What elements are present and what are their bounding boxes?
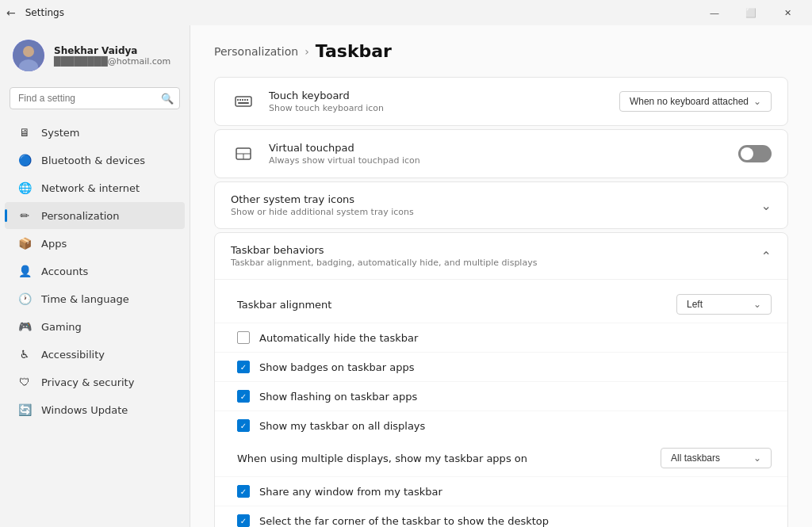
virtual-touchpad-toggle-track[interactable] xyxy=(738,145,772,162)
behavior-label-badges: Show badges on taskbar apps xyxy=(259,361,414,373)
sidebar-item-apps[interactable]: 📦 Apps xyxy=(5,230,185,257)
sidebar-item-gaming[interactable]: 🎮 Gaming xyxy=(5,313,185,340)
other-tray-title: Other system tray icons xyxy=(231,193,414,205)
checkbox-badges[interactable] xyxy=(237,361,250,373)
sidebar: Shekhar Vaidya ████████@hotmail.com 🔍 🖥 … xyxy=(0,25,190,527)
touch-keyboard-chevron-icon: ⌄ xyxy=(753,96,761,107)
other-tray-chevron-icon: ⌄ xyxy=(761,198,772,213)
alignment-left: Taskbar alignment xyxy=(237,299,331,311)
sidebar-item-accessibility[interactable]: ♿ Accessibility xyxy=(5,341,185,368)
sidebar-item-bluetooth[interactable]: 🔵 Bluetooth & devices xyxy=(5,147,185,174)
sidebar-item-privacy[interactable]: 🛡 Privacy & security xyxy=(5,369,185,395)
personalization-nav-icon: ✏️ xyxy=(17,208,32,223)
privacy-nav-icon: 🛡 xyxy=(17,375,32,389)
svg-rect-7 xyxy=(244,99,246,101)
window-title: Settings xyxy=(25,7,64,18)
behavior-left-flashing: Show flashing on taskbar apps xyxy=(237,390,417,403)
time-nav-icon: 🕐 xyxy=(17,292,32,306)
maximize-button[interactable]: ⬜ xyxy=(733,0,769,25)
extra-label-far_corner: Select the far corner of the taskbar to … xyxy=(259,515,549,527)
multi-display-label: When using multiple displays, show my ta… xyxy=(237,453,527,464)
touch-keyboard-icon xyxy=(231,89,256,114)
behaviors-title: Taskbar behaviors xyxy=(231,244,537,256)
svg-rect-3 xyxy=(236,97,251,106)
extra-left-share_window: Share any window from my taskbar xyxy=(237,485,442,498)
behavior-row-flashing: Show flashing on taskbar apps xyxy=(215,382,787,411)
update-nav-icon: 🔄 xyxy=(17,403,32,417)
sidebar-item-accounts[interactable]: 👤 Accounts xyxy=(5,258,185,285)
gaming-nav-icon: 🎮 xyxy=(17,319,32,334)
main-content: Personalization › Taskbar xyxy=(190,25,812,527)
network-nav-icon: 🌐 xyxy=(17,181,32,195)
alignment-chevron-icon: ⌄ xyxy=(753,299,761,310)
system-nav-icon: 🖥 xyxy=(17,125,32,139)
other-tray-text: Other system tray icons Show or hide add… xyxy=(231,193,414,217)
checkbox-far_corner[interactable] xyxy=(237,514,250,527)
touch-keyboard-text: Touch keyboard Show touch keyboard icon xyxy=(269,90,384,113)
checkbox-share_window[interactable] xyxy=(237,485,250,498)
virtual-touchpad-toggle[interactable] xyxy=(738,145,772,162)
apps-nav-icon: 📦 xyxy=(17,236,32,250)
minimize-button[interactable]: — xyxy=(696,0,733,25)
behavior-left-all_displays: Show my taskbar on all displays xyxy=(237,419,425,432)
behaviors-chevron-icon: ⌃ xyxy=(761,249,772,264)
sidebar-item-label-accessibility: Accessibility xyxy=(41,349,105,361)
behaviors-section: Taskbar behaviors Taskbar alignment, bad… xyxy=(214,232,788,527)
sidebar-item-personalization[interactable]: ✏️ Personalization xyxy=(5,202,185,229)
touch-keyboard-dropdown-value: When no keyboard attached xyxy=(630,96,749,107)
sidebar-item-label-accounts: Accounts xyxy=(41,265,88,277)
sidebar-item-label-privacy: Privacy & security xyxy=(41,376,134,388)
sidebar-item-label-apps: Apps xyxy=(41,238,67,250)
checkbox-flashing[interactable] xyxy=(237,390,250,403)
close-button[interactable]: ✕ xyxy=(769,0,806,25)
extra-left-far_corner: Select the far corner of the taskbar to … xyxy=(237,514,549,527)
multi-display-left: When using multiple displays, show my ta… xyxy=(237,453,527,464)
svg-rect-5 xyxy=(239,99,241,101)
sidebar-item-time[interactable]: 🕐 Time & language xyxy=(5,285,185,312)
checkbox-auto_hide[interactable] xyxy=(237,331,250,344)
user-profile[interactable]: Shekhar Vaidya ████████@hotmail.com xyxy=(0,32,190,84)
avatar xyxy=(13,40,44,71)
back-icon[interactable]: ← xyxy=(6,6,16,19)
alignment-dropdown[interactable]: Left ⌄ xyxy=(676,294,772,315)
bluetooth-nav-icon: 🔵 xyxy=(17,153,32,167)
multi-display-dropdown[interactable]: All taskbars ⌄ xyxy=(661,448,772,468)
behaviors-header[interactable]: Taskbar behaviors Taskbar alignment, bad… xyxy=(215,233,787,280)
behavior-row-auto_hide: Automatically hide the taskbar xyxy=(215,323,787,353)
user-info: Shekhar Vaidya ████████@hotmail.com xyxy=(54,45,170,67)
search-input[interactable] xyxy=(10,87,180,109)
titlebar-left: ← Settings xyxy=(6,6,64,19)
extra-row-share_window: Share any window from my taskbar xyxy=(215,477,787,506)
alignment-value: Left xyxy=(687,299,703,310)
sidebar-item-label-system: System xyxy=(41,127,79,139)
virtual-touchpad-row: Virtual touchpad Always show virtual tou… xyxy=(214,129,788,178)
titlebar: ← Settings — ⬜ ✕ xyxy=(0,0,812,25)
multi-display-value: All taskbars xyxy=(671,453,720,464)
search-icon: 🔍 xyxy=(161,93,174,105)
user-name: Shekhar Vaidya xyxy=(54,45,170,56)
svg-rect-6 xyxy=(242,99,243,101)
sidebar-item-update[interactable]: 🔄 Windows Update xyxy=(5,396,185,423)
accounts-nav-icon: 👤 xyxy=(17,264,32,278)
sidebar-item-label-network: Network & internet xyxy=(41,182,140,194)
other-tray-section[interactable]: Other system tray icons Show or hide add… xyxy=(214,181,788,229)
alignment-label: Taskbar alignment xyxy=(237,299,331,311)
breadcrumb-separator: › xyxy=(304,45,309,58)
behavior-left-badges: Show badges on taskbar apps xyxy=(237,361,414,373)
titlebar-controls: — ⬜ ✕ xyxy=(696,0,806,25)
sidebar-item-system[interactable]: 🖥 System xyxy=(5,119,185,146)
multi-display-row: When using multiple displays, show my ta… xyxy=(215,440,787,477)
virtual-touchpad-text: Virtual touchpad Always show virtual tou… xyxy=(269,142,420,166)
touch-keyboard-row: Touch keyboard Show touch keyboard icon … xyxy=(214,77,788,126)
search-bar[interactable]: 🔍 xyxy=(10,87,180,109)
touch-keyboard-dropdown[interactable]: When no keyboard attached ⌄ xyxy=(619,91,772,112)
behavior-label-flashing: Show flashing on taskbar apps xyxy=(259,391,417,403)
sidebar-item-network[interactable]: 🌐 Network & internet xyxy=(5,174,185,201)
behavior-label-all_displays: Show my taskbar on all displays xyxy=(259,420,425,432)
behaviors-body: Taskbar alignment Left ⌄ Automatically h… xyxy=(215,280,787,527)
behavior-row-all_displays: Show my taskbar on all displays xyxy=(215,411,787,440)
touch-keyboard-left: Touch keyboard Show touch keyboard icon xyxy=(231,89,384,114)
user-email: ████████@hotmail.com xyxy=(54,56,170,67)
breadcrumb[interactable]: Personalization xyxy=(214,45,298,58)
checkbox-all_displays[interactable] xyxy=(237,419,250,432)
